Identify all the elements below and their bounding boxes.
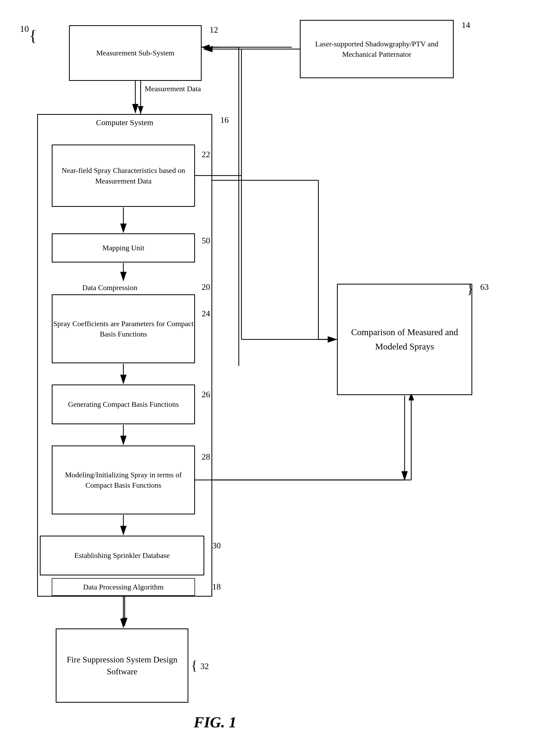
laser-label: Laser-supported Shadowgraphy/PTV and Mec… — [301, 39, 453, 59]
label-63: 63 — [480, 281, 489, 293]
label-24: 24 — [202, 308, 210, 320]
bracket-32: } — [191, 658, 197, 673]
system-bracket: } — [29, 27, 37, 45]
label-14: 14 — [462, 19, 470, 31]
label-30: 30 — [212, 540, 221, 552]
label-18: 18 — [212, 581, 221, 593]
data-processing-label: Data Processing Algorithm — [52, 578, 195, 596]
figure-label: FIG. 1 — [194, 713, 236, 731]
data-compression-label: Data Compression — [82, 282, 137, 293]
system-number-label: 10 — [20, 23, 29, 35]
label-32: 32 — [200, 660, 209, 672]
label-28: 28 — [202, 451, 210, 463]
near-field-box: Near-field Spray Characteristics based o… — [52, 145, 195, 207]
diagram: 10 } Measurement Sub-System 12 Laser-sup… — [0, 0, 550, 756]
spray-coefficients-box: Spray Coefficients are Parameters for Co… — [52, 294, 195, 363]
spray-coefficients-label: Spray Coefficients are Parameters for Co… — [53, 318, 194, 339]
comparison-box: Comparison of Measured and Modeled Spray… — [337, 284, 472, 395]
laser-box: Laser-supported Shadowgraphy/PTV and Mec… — [300, 20, 454, 78]
mapping-unit-box: Mapping Unit — [52, 233, 195, 263]
modeling-box: Modeling/Initializing Spray in terms of … — [52, 445, 195, 514]
near-field-label: Near-field Spray Characteristics based o… — [53, 165, 194, 186]
label-12: 12 — [209, 24, 218, 36]
label-20: 20 — [202, 281, 210, 293]
sprinkler-db-box: Establishing Sprinkler Database — [40, 536, 204, 575]
mapping-unit-label: Mapping Unit — [102, 243, 144, 253]
computer-system-label: Computer System — [96, 117, 153, 128]
sprinkler-db-label: Establishing Sprinkler Database — [74, 550, 169, 561]
comparison-label: Comparison of Measured and Modeled Spray… — [338, 325, 472, 354]
generating-box: Generating Compact Basis Functions — [52, 384, 195, 424]
label-22: 22 — [202, 148, 210, 160]
bracket-63: } — [467, 281, 473, 296]
measurement-subsystem-label: Measurement Sub-System — [96, 48, 174, 58]
fire-suppression-label: Fire Suppression System Design Software — [56, 654, 187, 678]
measurement-data-label: Measurement Data — [145, 84, 201, 94]
label-50: 50 — [202, 235, 210, 247]
fire-suppression-box: Fire Suppression System Design Software — [56, 628, 188, 703]
measurement-subsystem-box: Measurement Sub-System — [69, 25, 202, 81]
generating-label: Generating Compact Basis Functions — [68, 399, 179, 409]
label-26: 26 — [202, 388, 210, 400]
modeling-label: Modeling/Initializing Spray in terms of … — [53, 470, 194, 490]
label-16: 16 — [220, 114, 229, 126]
